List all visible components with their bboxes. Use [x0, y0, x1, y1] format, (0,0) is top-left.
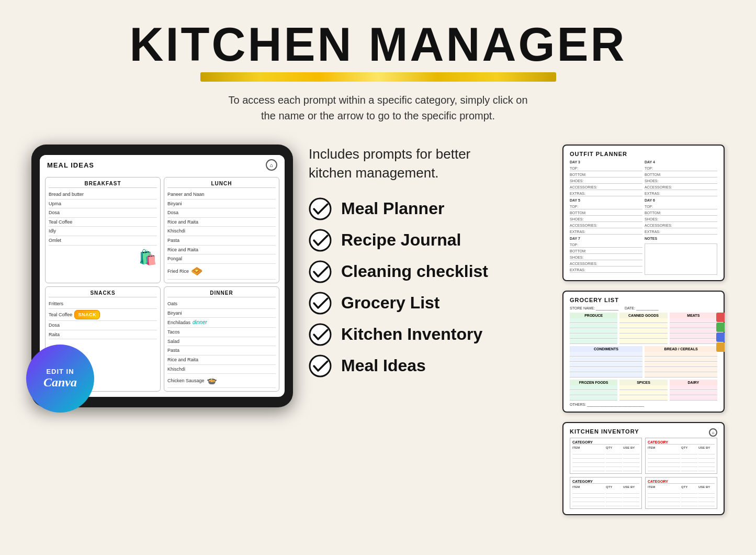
meal-line: Khischdi: [167, 365, 276, 374]
item-col-header: ITEM: [572, 446, 605, 449]
grocery-line: [670, 396, 717, 401]
meats-col: MEATS: [670, 313, 717, 344]
produce-header: PRODUCE: [570, 313, 617, 318]
middle-section: Includes prompts for betterkitchen manag…: [309, 145, 547, 378]
outfit-field: BOTTOM:: [570, 249, 642, 254]
feature-label-grocery-list: Grocery List: [341, 293, 440, 313]
title-section: KITCHEN MANAGER To access each prompt wi…: [31, 21, 725, 139]
outfit-field: EXTRAS:: [570, 268, 642, 273]
bread-cereals-header: BREAD / CEREALS: [645, 346, 717, 352]
svg-point-4: [310, 324, 331, 345]
right-previews: OUTFIT PLANNER DAY 3 TOP: BOTTOM: SHOES:…: [562, 145, 725, 515]
grocery-line: [570, 391, 617, 395]
grocery-line: [645, 368, 717, 372]
feature-item-kitchen-inventory: Kitchen Inventory: [309, 323, 547, 346]
inventory-row: [572, 459, 639, 463]
meal-line: Salad: [167, 337, 276, 347]
bread-cereals-col: BREAD / CEREALS: [645, 346, 717, 378]
subtitle-text: To access each prompt within a specific …: [31, 92, 725, 124]
spices-header: SPICES: [619, 380, 667, 385]
useby-col-header: USE BY: [623, 485, 639, 489]
inventory-row: [648, 450, 715, 454]
meal-line: Pongal: [167, 254, 276, 264]
outfit-field: TOP:: [645, 204, 717, 209]
inventory-category-label: CATEGORY: [572, 480, 639, 484]
meal-line: Paneer and Naan: [167, 190, 276, 199]
canva-edit-text: EDIT IN: [46, 368, 74, 375]
useby-col-header: USE BY: [698, 485, 715, 489]
grocery-line: [670, 391, 717, 395]
inventory-row: [572, 494, 639, 498]
inventory-grid: CATEGORY ITEM QTY USE BY: [570, 438, 717, 509]
dinner-section: DINNER Oats Biryani Enchiladas dinner Ta…: [164, 286, 279, 392]
meal-line: Rice and Raita: [167, 356, 276, 365]
inventory-row: [648, 463, 715, 467]
dairy-header: DAIRY: [670, 380, 717, 385]
outfit-field: BOTTOM:: [645, 210, 717, 216]
outfit-notes: NOTES: [645, 237, 717, 275]
outfit-field: TOP:: [570, 204, 642, 209]
inventory-row: [648, 459, 715, 463]
outfit-day-label: DAY 7: [570, 237, 642, 240]
checkmark-icon-meal-ideas: [309, 354, 332, 378]
meal-line: Rice and Raita: [167, 246, 276, 255]
svg-point-5: [310, 356, 331, 376]
checkmark-icon-meal-planner: [309, 197, 332, 220]
grocery-line: [619, 318, 667, 323]
inventory-col-headers: ITEM QTY USE BY: [648, 446, 715, 449]
outfit-field: ACCESSORIES:: [570, 261, 642, 267]
meal-line: Teal Coffee: [49, 218, 157, 227]
outfit-day-6: DAY 6 TOP: BOTTOM: SHOES: ACCESSORIES: E…: [645, 198, 717, 235]
grocery-tabs: [716, 313, 725, 352]
grocery-line: [619, 329, 667, 334]
home-icon: ⌂: [266, 159, 277, 171]
includes-heading: Includes prompts for betterkitchen manag…: [309, 145, 547, 183]
feature-item-grocery-list: Grocery List: [309, 292, 547, 315]
outfit-day-label: DAY 3: [570, 160, 642, 164]
item-col-header: ITEM: [648, 485, 680, 489]
canva-logo-text: Canva: [43, 375, 77, 390]
date-label: DATE: ___________: [625, 306, 659, 310]
grocery-list-title: GROCERY LIST: [570, 297, 619, 303]
inventory-row: [572, 450, 639, 454]
tab-red: [716, 313, 725, 322]
others-label: OTHERS: ____________________________: [570, 403, 717, 406]
inventory-row: [572, 490, 639, 494]
qty-col-header: QTY: [606, 446, 622, 449]
dinner-title: DINNER: [167, 290, 276, 297]
item-col-header: ITEM: [572, 485, 605, 489]
inventory-section-3: CATEGORY ITEM QTY USE BY: [570, 477, 642, 509]
meal-line: Enchiladas dinner: [167, 318, 276, 328]
outfit-field: TOP:: [645, 166, 717, 171]
kitchen-inventory-preview: KITCHEN INVENTORY ⌂ CATEGORY ITEM QTY US…: [562, 422, 725, 515]
canned-goods-header: CANNED GOODS: [619, 313, 667, 318]
grocery-line: [670, 334, 717, 339]
meal-line: Upma: [49, 199, 157, 209]
checkmark-icon-kitchen-inventory: [309, 323, 332, 346]
outfit-day-5: DAY 5 TOP: BOTTOM: SHOES: ACCESSORIES: E…: [570, 198, 642, 235]
meal-line: Dosa: [167, 208, 276, 218]
svg-point-2: [310, 261, 331, 282]
checkmark-icon-recipe-journal: [309, 229, 332, 252]
inventory-row: [648, 502, 715, 506]
useby-col-header: USE BY: [698, 446, 715, 449]
outfit-field: EXTRAS:: [570, 229, 642, 235]
checkmark-icon-grocery-list: [309, 292, 332, 315]
inventory-row: [572, 454, 639, 459]
feature-label-cleaning-checklist: Cleaning checklist: [341, 262, 488, 281]
canva-badge: EDIT IN Canva: [26, 345, 94, 413]
breakfast-section: BREAKFAST Bread and butter Upma Dosa Tea…: [45, 177, 161, 283]
qty-col-header: QTY: [606, 485, 622, 489]
tablet-mockup: MEAL IDEAS ⌂ BREAKFAST Bread and butter …: [31, 145, 293, 407]
frozen-foods-col: FROZEN FOODS: [570, 380, 617, 401]
meal-line: Pasta: [167, 346, 276, 356]
grocery-line: [670, 318, 717, 323]
tab-blue: [716, 332, 725, 342]
grocery-line: [570, 385, 617, 390]
grocery-line: [619, 391, 667, 395]
inventory-col-headers: ITEM QTY USE BY: [572, 446, 639, 449]
outfit-field: SHOES:: [570, 217, 642, 222]
outfit-field: SHOES:: [570, 255, 642, 260]
dinner-label: dinner: [193, 319, 207, 326]
feature-item-recipe-journal: Recipe Journal: [309, 229, 547, 252]
